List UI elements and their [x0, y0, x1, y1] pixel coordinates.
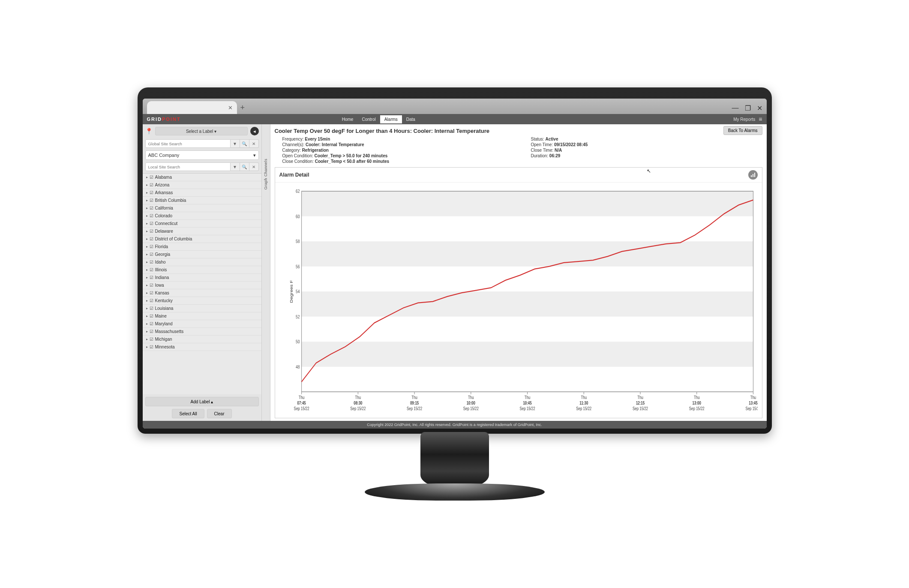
nav-alarms[interactable]: Alarms — [380, 115, 402, 123]
checkbox-icon[interactable]: ☑ — [150, 267, 153, 272]
tree-item[interactable]: ▸☑Alabama — [143, 174, 261, 181]
graph-channels-tab[interactable]: Graph Channels — [262, 124, 270, 421]
tree-item[interactable]: ▸☑Florida — [143, 243, 261, 251]
collapse-sidebar-button[interactable]: ◂ — [250, 127, 259, 135]
tree-item[interactable]: ▸☑Illinois — [143, 266, 261, 274]
svg-text:60: 60 — [296, 214, 300, 219]
company-select[interactable]: ABC Company ▾ — [145, 150, 259, 160]
checkbox-icon[interactable]: ☑ — [150, 206, 153, 210]
svg-text:10:45: 10:45 — [523, 401, 531, 405]
screen: ✕ + — ❐ ✕ GRIDPOINT Home Control Alarms — [143, 99, 767, 429]
search-icon[interactable]: 🔍 — [240, 162, 249, 171]
checkbox-icon[interactable]: ☑ — [150, 283, 153, 288]
tree-item[interactable]: ▸☑Arkansas — [143, 189, 261, 197]
svg-text:10:00: 10:00 — [466, 401, 475, 405]
tree-item[interactable]: ▸☑Iowa — [143, 282, 261, 289]
svg-text:Thu: Thu — [355, 395, 361, 400]
new-tab-button[interactable]: + — [240, 103, 248, 114]
global-search-input[interactable] — [145, 139, 231, 148]
maximize-button[interactable]: ❐ — [745, 104, 751, 112]
checkbox-icon[interactable]: ☑ — [150, 190, 153, 195]
tree-item[interactable]: ▸☑Maine — [143, 312, 261, 320]
nav-data[interactable]: Data — [402, 115, 420, 123]
checkbox-icon[interactable]: ☑ — [150, 175, 153, 180]
checkbox-icon[interactable]: ☑ — [150, 244, 153, 249]
checkbox-icon[interactable]: ☑ — [150, 321, 153, 326]
checkbox-icon[interactable]: ☑ — [150, 291, 153, 295]
pin-icon[interactable]: 📍 — [145, 128, 153, 135]
svg-text:Thu: Thu — [637, 395, 643, 400]
tree-item[interactable]: ▸☑Michigan — [143, 336, 261, 343]
caret-icon: ▸ — [146, 175, 148, 179]
svg-text:Thu: Thu — [298, 395, 304, 400]
nav-home[interactable]: Home — [338, 115, 358, 123]
close-button[interactable]: ✕ — [757, 104, 762, 112]
checkbox-icon[interactable]: ☑ — [150, 221, 153, 226]
select-all-button[interactable]: Select All — [172, 409, 204, 418]
tree-label: Idaho — [155, 260, 166, 264]
tree-item[interactable]: ▸☑British Columbia — [143, 197, 261, 204]
my-reports-link[interactable]: My Reports ≡ — [733, 116, 762, 123]
filter-icon[interactable]: ▼ — [231, 139, 240, 148]
tree-item[interactable]: ▸☑Colorado — [143, 212, 261, 220]
svg-text:Sep 15/22: Sep 15/22 — [407, 406, 422, 411]
tree-label: British Columbia — [155, 198, 186, 203]
select-label-button[interactable]: Select a Label ▾ — [155, 127, 248, 135]
tree-item[interactable]: ▸☑Massachusetts — [143, 328, 261, 336]
clear-search-icon[interactable]: ✕ — [249, 139, 259, 148]
tree-label: Michigan — [155, 337, 172, 342]
tree-label: Louisiana — [155, 306, 174, 311]
sidebar-top: 📍 Select a Label ▾ ◂ — [143, 124, 261, 138]
checkbox-icon[interactable]: ☑ — [150, 306, 153, 311]
tree-item[interactable]: ▸☑Kentucky — [143, 297, 261, 305]
local-search-input[interactable] — [145, 162, 231, 171]
alarm-info-grid: Frequency: Every 15min Status: Active Ch… — [275, 137, 762, 164]
minimize-button[interactable]: — — [732, 104, 739, 112]
tree-label: Massachusetts — [155, 329, 184, 334]
line-chart: 4850525456586062Degrees FThu07:45Sep 15/… — [288, 185, 758, 416]
tree-item[interactable]: ▸☑Kansas — [143, 289, 261, 297]
checkbox-icon[interactable]: ☑ — [150, 329, 153, 334]
checkbox-icon[interactable]: ☑ — [150, 260, 153, 264]
hamburger-icon[interactable]: ≡ — [759, 116, 762, 123]
caret-icon: ▸ — [146, 345, 148, 349]
tree-item[interactable]: ▸☑Idaho — [143, 258, 261, 266]
clear-search-icon[interactable]: ✕ — [249, 162, 259, 171]
checkbox-icon[interactable]: ☑ — [150, 314, 153, 318]
checkbox-icon[interactable]: ☑ — [150, 252, 153, 257]
tab-close-icon[interactable]: ✕ — [228, 105, 233, 111]
checkbox-icon[interactable]: ☑ — [150, 275, 153, 280]
checkbox-icon[interactable]: ☑ — [150, 298, 153, 303]
checkbox-icon[interactable]: ☑ — [150, 213, 153, 218]
tree-item[interactable]: ▸☑Arizona — [143, 181, 261, 189]
tree-item[interactable]: ▸☑District of Columbia — [143, 235, 261, 243]
checkbox-icon[interactable]: ☑ — [150, 198, 153, 203]
search-icon[interactable]: 🔍 — [240, 139, 249, 148]
tree-item[interactable]: ▸☑Louisiana — [143, 305, 261, 312]
tree-item[interactable]: ▸☑Connecticut — [143, 220, 261, 228]
checkbox-icon[interactable]: ☑ — [150, 183, 153, 187]
tree-item[interactable]: ▸☑Indiana — [143, 274, 261, 282]
caret-icon: ▸ — [146, 330, 148, 333]
site-tree[interactable]: ▸☑Alabama▸☑Arizona▸☑Arkansas▸☑British Co… — [143, 173, 261, 394]
svg-rect-0 — [751, 175, 752, 177]
svg-text:52: 52 — [296, 314, 300, 319]
browser-tab[interactable]: ✕ — [147, 101, 237, 114]
tree-item[interactable]: ▸☑Minnesota — [143, 343, 261, 351]
tree-item[interactable]: ▸☑Delaware — [143, 228, 261, 235]
chart-export-icon[interactable] — [748, 170, 758, 180]
checkbox-icon[interactable]: ☑ — [150, 229, 153, 234]
filter-icon[interactable]: ▼ — [231, 162, 240, 171]
tree-item[interactable]: ▸☑Maryland — [143, 320, 261, 328]
add-label-button[interactable]: Add Label ▴ — [145, 397, 259, 406]
clear-button[interactable]: Clear — [207, 409, 232, 418]
back-to-alarms-button[interactable]: Back To Alarms — [723, 126, 762, 135]
tree-item[interactable]: ▸☑California — [143, 204, 261, 212]
nav-control[interactable]: Control — [357, 115, 380, 123]
checkbox-icon[interactable]: ☑ — [150, 237, 153, 241]
tree-label: Iowa — [155, 283, 164, 288]
tree-label: Indiana — [155, 275, 169, 280]
checkbox-icon[interactable]: ☑ — [150, 337, 153, 342]
checkbox-icon[interactable]: ☑ — [150, 345, 153, 349]
tree-item[interactable]: ▸☑Georgia — [143, 251, 261, 258]
